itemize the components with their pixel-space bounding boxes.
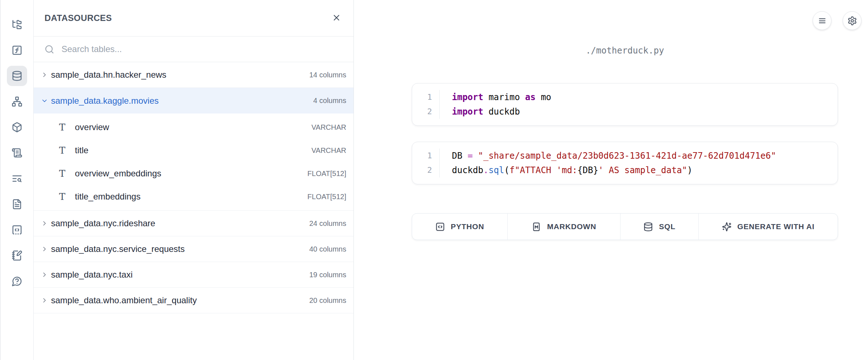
add-cell-button-markdown[interactable]: MARKDOWN: [507, 214, 620, 240]
add-cell-button-label: GENERATE WITH AI: [737, 222, 814, 231]
cells-container: 12import marimo as moimport duckdb12DB =…: [412, 83, 838, 184]
table-columns-count: 14 columns: [309, 71, 346, 79]
search-tables-input[interactable]: [62, 44, 343, 54]
type-text-icon: T: [58, 191, 66, 202]
table-columns-count: 24 columns: [309, 219, 346, 228]
code-token: ' AS sample_data": [598, 165, 687, 175]
sidebar-item-variables[interactable]: [7, 40, 27, 60]
chevron-right-icon: [41, 245, 48, 253]
chevron-right-icon: [41, 71, 48, 78]
table-columns-count: 4 columns: [313, 97, 346, 105]
column-row[interactable]: TtitleVARCHAR: [34, 139, 353, 162]
column-name: overview: [75, 122, 109, 132]
code-token: DB: [452, 151, 467, 161]
chevron-right-icon: [41, 271, 48, 278]
code-token: ): [687, 165, 692, 175]
app-window: DATASOURCES sample_data.hn.hacker_news14…: [0, 0, 868, 360]
notebook-menu-button[interactable]: [813, 11, 831, 30]
column-name: title_embeddings: [75, 192, 140, 202]
sidebar-item-scratchpad[interactable]: [7, 245, 27, 266]
code-token: sql: [488, 165, 504, 175]
chevron-right-icon: [41, 220, 48, 227]
datasources-panel: DATASOURCES sample_data.hn.hacker_news14…: [33, 0, 354, 360]
code-token: (: [504, 165, 509, 175]
table-name: sample_data.nyc.rideshare: [51, 218, 155, 228]
column-row[interactable]: Ttitle_embeddingsFLOAT[512]: [34, 185, 353, 208]
text-search-icon: [12, 173, 22, 184]
panel-header: DATASOURCES: [34, 0, 353, 37]
column-type: VARCHAR: [312, 146, 346, 155]
column-row[interactable]: Toverview_embeddingsFLOAT[512]: [34, 162, 353, 185]
table-columns-count: 40 columns: [309, 245, 346, 253]
menu-icon: [817, 16, 827, 26]
function-square-icon: [12, 45, 22, 56]
database-icon: [643, 222, 653, 232]
settings-button[interactable]: [843, 11, 861, 30]
close-panel-button[interactable]: [330, 12, 343, 24]
code-token: f"ATTACH 'md:: [509, 165, 577, 175]
code-token: as: [525, 92, 535, 102]
column-type: FLOAT[512]: [308, 170, 346, 178]
code-cell[interactable]: 12import marimo as moimport duckdb: [412, 83, 838, 126]
line-number: 1: [427, 149, 432, 163]
code-token: import: [452, 107, 483, 117]
chevron-right-icon: [41, 297, 48, 304]
table-name: sample_data.who.ambient_air_quality: [51, 295, 197, 305]
sidebar-item-datasources[interactable]: [7, 66, 27, 86]
activity-sidebar: [0, 0, 33, 360]
table-row[interactable]: sample_data.nyc.service_requests40 colum…: [34, 236, 353, 262]
table-columns-count: 19 columns: [309, 271, 346, 279]
sidebar-item-snippets[interactable]: [7, 220, 27, 240]
sidebar-item-help[interactable]: [7, 271, 27, 291]
code-token: .: [483, 165, 488, 175]
line-numbers: 12: [412, 90, 440, 119]
table-row[interactable]: sample_data.who.ambient_air_quality20 co…: [34, 288, 353, 313]
code-editor[interactable]: DB = "_share/sample_data/23b0d623-1361-4…: [440, 149, 787, 177]
line-numbers: 12: [412, 149, 440, 177]
notebook-pen-icon: [12, 250, 22, 261]
panel-title: DATASOURCES: [45, 13, 112, 23]
folder-tree-icon: [12, 19, 22, 30]
line-number: 2: [427, 104, 432, 119]
table-name: sample_data.hn.hacker_news: [51, 70, 166, 80]
scroll-icon: [12, 147, 22, 158]
type-text-icon: T: [58, 168, 66, 179]
table-name: sample_data.nyc.service_requests: [51, 244, 185, 254]
column-name: title: [75, 145, 88, 155]
add-cell-button-python[interactable]: PYTHON: [412, 214, 507, 240]
code-line: duckdb.sql(f"ATTACH 'md:{DB}' AS sample_…: [452, 163, 776, 177]
line-number: 2: [427, 163, 432, 177]
code-token: =: [467, 151, 473, 161]
code-token: "_share/sample_data/23b0d623-1361-421d-a…: [478, 151, 776, 161]
table-row[interactable]: sample_data.kaggle.movies4 columns: [34, 88, 353, 113]
database-icon: [12, 70, 22, 81]
line-number: 1: [427, 90, 432, 104]
search-icon: [45, 44, 54, 54]
sidebar-item-file-explorer[interactable]: [7, 14, 27, 35]
add-cell-button-label: MARKDOWN: [547, 222, 596, 231]
table-row[interactable]: sample_data.nyc.rideshare24 columns: [34, 211, 353, 236]
search-tables-row: [34, 37, 353, 62]
table-row[interactable]: sample_data.nyc.taxi19 columns: [34, 262, 353, 288]
help-bubble-icon: [12, 276, 22, 287]
table-name: sample_data.nyc.taxi: [51, 270, 132, 280]
notebook-area: ./motherduck.py 12import marimo as moimp…: [354, 0, 868, 360]
type-text-icon: T: [58, 122, 66, 133]
table-name: sample_data.kaggle.movies: [51, 96, 159, 106]
add-cell-bar: PYTHONMARKDOWNSQLGENERATE WITH AI: [412, 213, 838, 240]
sidebar-item-table-search[interactable]: [7, 168, 27, 189]
code-editor[interactable]: import marimo as moimport duckdb: [440, 90, 562, 119]
package-box-icon: [12, 122, 22, 133]
table-row[interactable]: sample_data.hn.hacker_news14 columns: [34, 62, 353, 88]
markdown-icon: [532, 222, 541, 232]
column-row[interactable]: ToverviewVARCHAR: [34, 116, 353, 139]
code-snippets-icon: [12, 224, 22, 235]
sidebar-item-logs[interactable]: [7, 143, 27, 163]
add-cell-button-generate-with-ai[interactable]: GENERATE WITH AI: [698, 214, 838, 240]
sidebar-item-dependencies[interactable]: [7, 91, 27, 112]
sidebar-item-packages[interactable]: [7, 117, 27, 137]
sidebar-item-documentation[interactable]: [7, 194, 27, 214]
code-cell[interactable]: 12DB = "_share/sample_data/23b0d623-1361…: [412, 142, 838, 184]
notebook-toolbar: [813, 11, 861, 30]
add-cell-button-sql[interactable]: SQL: [620, 214, 698, 240]
